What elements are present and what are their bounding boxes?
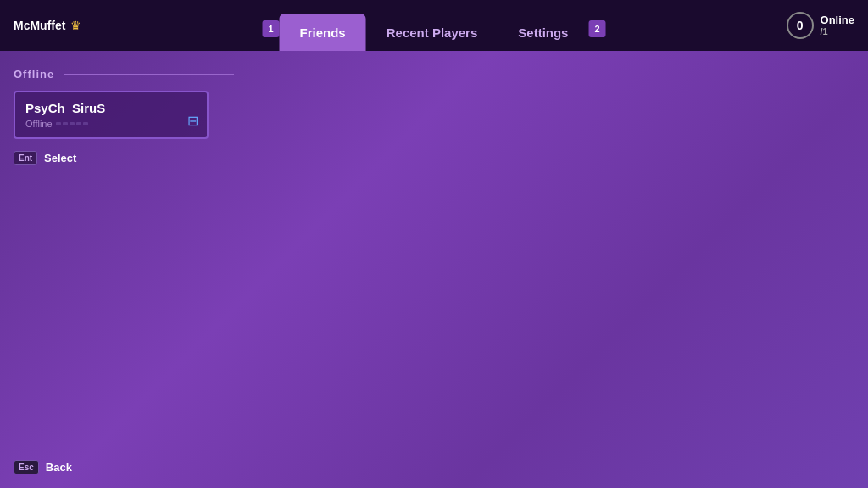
select-hint: Ent Select [14,151,854,165]
status-dots [56,122,88,125]
username: McMuffet [14,19,65,32]
friend-name: PsyCh_SiruS [25,101,197,115]
tab-friends[interactable]: Friends [280,14,366,51]
main-content: Offline PsyCh_SiruS Offline ⊟ Ent Select [0,51,868,182]
dot-5 [83,122,88,125]
card-action-icon: ⊟ [187,113,198,129]
badge-left: 1 [263,20,280,37]
enter-key-badge: Ent [14,151,37,165]
tab-recent-players[interactable]: Recent Players [366,14,498,51]
badge-right: 2 [588,20,605,37]
offline-section-title: Offline [14,68,54,80]
friend-status: Offline [25,119,197,129]
online-status: Online /1 [821,14,854,38]
tabs-container: 1 Friends Recent Players Settings 2 [263,0,606,51]
user-info: McMuffet ♛ [0,19,81,32]
header-bar: McMuffet ♛ 1 Friends Recent Players Sett… [0,0,868,51]
tab-group: 1 Friends Recent Players Settings 2 [263,0,606,51]
section-divider [64,74,234,75]
online-indicator: 0 Online /1 [787,12,854,39]
select-label: Select [44,152,76,164]
friend-card[interactable]: PsyCh_SiruS Offline ⊟ [14,91,209,139]
online-label: Online [821,14,854,27]
back-label: Back [46,461,72,474]
dot-1 [56,122,61,125]
online-max: /1 [821,26,854,37]
dot-3 [70,122,75,125]
dot-4 [76,122,81,125]
offline-section-header: Offline [14,68,854,80]
bottom-hint: Esc Back [14,460,72,474]
online-count: 0 [787,12,814,39]
esc-key-badge: Esc [14,460,39,474]
tab-settings[interactable]: Settings [498,14,588,51]
dot-2 [63,122,68,125]
crown-icon: ♛ [70,19,81,32]
